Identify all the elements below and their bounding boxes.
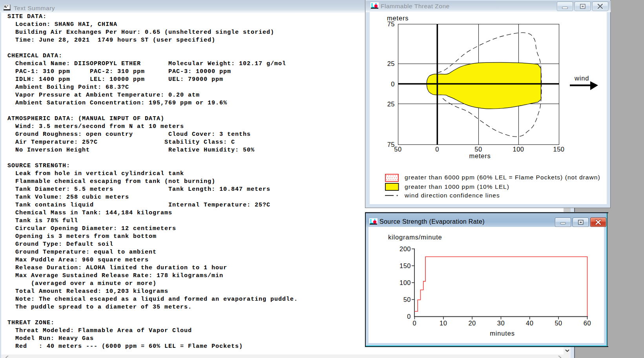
svg-text:0: 0 [391, 80, 395, 88]
svg-text:50: 50 [394, 146, 401, 153]
svg-text:50: 50 [403, 296, 411, 303]
svg-text:100: 100 [400, 279, 411, 286]
svg-text:wind direction confidence line: wind direction confidence lines [404, 192, 500, 199]
svg-text:75: 75 [387, 20, 395, 27]
svg-text:0: 0 [435, 146, 439, 153]
svg-text:minutes: minutes [490, 330, 514, 337]
svg-text:60: 60 [584, 320, 591, 327]
svg-text:0: 0 [413, 320, 417, 327]
svg-text:25: 25 [387, 100, 395, 108]
svg-text:25: 25 [387, 60, 395, 67]
svg-text:0: 0 [407, 313, 411, 320]
svg-text:40: 40 [526, 320, 533, 327]
svg-text:30: 30 [497, 320, 505, 327]
svg-text:greater than 6000 ppm (60% LEL: greater than 6000 ppm (60% LEL = Flame P… [405, 174, 600, 181]
svg-text:wind: wind [574, 75, 589, 82]
svg-text:kilograms/minute: kilograms/minute [388, 234, 442, 241]
svg-text:50: 50 [555, 320, 562, 327]
svg-text:greater than 1000 ppm (10% LEL: greater than 1000 ppm (10% LEL) [405, 183, 509, 190]
svg-text:10: 10 [440, 320, 447, 327]
svg-text:meters: meters [469, 152, 491, 159]
svg-text:150: 150 [553, 146, 564, 153]
svg-text:50: 50 [474, 146, 482, 153]
svg-text:200: 200 [400, 245, 411, 252]
svg-text:20: 20 [468, 320, 476, 327]
svg-text:100: 100 [513, 146, 524, 153]
svg-text:150: 150 [400, 262, 411, 269]
svg-text:75: 75 [387, 141, 395, 148]
